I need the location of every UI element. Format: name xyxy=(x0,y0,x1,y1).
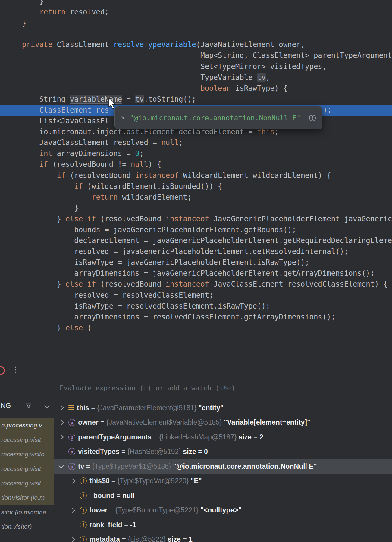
parameter-icon: p xyxy=(68,419,75,426)
variable-value: size = 1 xyxy=(168,535,192,542)
stop-icon[interactable] xyxy=(0,366,5,375)
code-line[interactable]: private ClassElement resolveTypeVariable… xyxy=(0,39,392,50)
frame-row[interactable]: sitor (io.microna xyxy=(0,505,54,519)
variable-name: this xyxy=(77,404,89,412)
variable-reference: {HashSet@5192} xyxy=(127,448,183,455)
frames-panel: NG n.processing.vrocessing.visitrocessin… xyxy=(0,379,54,542)
evaluate-expression-input[interactable]: Evaluate expression (⏎) or add a watch (… xyxy=(54,379,392,397)
chevron-down-icon[interactable] xyxy=(59,463,64,468)
evaluated-value: "@io.micronaut.core.annotation.NonNull E… xyxy=(130,114,301,122)
variable-row[interactable]: ptv = {Type$TypeVar$1@5186} "@io.microna… xyxy=(54,459,392,474)
frames-header-label: NG xyxy=(1,402,11,410)
code-line[interactable]: return wildcardElement; xyxy=(0,192,392,203)
field-icon: f xyxy=(80,477,87,484)
code-line[interactable]: } xyxy=(0,17,392,28)
code-line[interactable]: String variableName = tv.toString(); xyxy=(0,94,392,105)
variable-text: rank_field = -1 xyxy=(89,521,136,529)
chevron-right-icon[interactable]: > xyxy=(121,114,125,122)
variable-name: tv xyxy=(78,462,84,470)
chevron-right-icon[interactable] xyxy=(70,478,75,483)
variable-name: metadata xyxy=(89,535,120,542)
variable-reference: {JavaNativeElement$Variable@5185} xyxy=(106,418,224,426)
variable-row[interactable]: f_bound = null xyxy=(54,488,392,503)
variable-text: parentTypeArguments = {LinkedHashMap@518… xyxy=(78,433,263,441)
debug-toolbar: ⋮ xyxy=(0,361,392,379)
code-line[interactable]: isRawType = resolvedClassElement.isRawTy… xyxy=(0,301,392,312)
frame-row[interactable]: rocessing.visit xyxy=(0,461,54,476)
code-lines: } return resolved; } private ClassElemen… xyxy=(0,0,392,333)
variable-value: "Variable[element=entity]" xyxy=(224,418,310,426)
code-line[interactable]: declaredElement = javaGenericPlaceholder… xyxy=(0,235,392,246)
info-icon[interactable] xyxy=(309,114,316,122)
variable-name: _bound xyxy=(89,492,114,499)
code-line[interactable]: } else { xyxy=(0,322,392,333)
variables-list: this = {JavaParameterElement@5181} "enti… xyxy=(54,401,392,542)
chevron-right-icon[interactable] xyxy=(70,508,75,513)
evaluation-tooltip[interactable]: > "@io.micronaut.core.annotation.NonNull… xyxy=(114,106,322,129)
code-line[interactable]: int arrayDimensions = 0; xyxy=(0,148,392,159)
code-line[interactable]: resolved = resolvedClassElement; xyxy=(0,290,392,301)
frame-row[interactable]: rocessing.visit xyxy=(0,433,54,447)
frame-row[interactable]: tion.visitor) xyxy=(0,519,54,534)
frame-row[interactable]: tionVisitor (io.m xyxy=(0,490,54,505)
parameter-icon: p xyxy=(68,463,75,470)
frame-row[interactable]: rocessing.visito xyxy=(0,447,54,461)
frame-row[interactable]: rocessing.visit xyxy=(0,476,54,490)
chevron-right-icon[interactable] xyxy=(59,435,64,440)
filter-icon[interactable] xyxy=(25,402,32,409)
variable-reference: {Type$TypeVar@5220} xyxy=(118,477,191,485)
variable-row[interactable]: frank_field = -1 xyxy=(54,518,392,532)
variable-text: visitedTypes = {HashSet@5192} size = 0 xyxy=(78,448,208,456)
variable-row[interactable]: pparentTypeArguments = {LinkedHashMap@51… xyxy=(54,430,392,445)
field-icon: f xyxy=(80,521,87,528)
frame-row[interactable]: n.processing.v xyxy=(0,418,54,433)
code-line[interactable]: } xyxy=(0,203,392,214)
variable-row[interactable]: pvisitedTypes = {HashSet@5192} size = 0 xyxy=(54,445,392,459)
code-line[interactable]: arrayDimensions = resolvedClassElement.g… xyxy=(0,312,392,322)
code-line[interactable]: if (resolvedBound instanceof WildcardEle… xyxy=(0,170,392,181)
code-line[interactable]: TypeVariable tv, xyxy=(0,72,392,83)
variable-row[interactable]: fmetadata = {List@5222} size = 1 xyxy=(54,532,392,542)
parameter-icon: p xyxy=(68,434,75,441)
variable-text: tv = {Type$TypeVar$1@5186} "@io.micronau… xyxy=(78,462,317,471)
variable-name: this$0 xyxy=(89,477,109,485)
frames-list: n.processing.vrocessing.visitrocessing.v… xyxy=(0,418,54,534)
code-line[interactable]: JavaClassElement resolved = null; xyxy=(0,137,392,148)
code-line[interactable]: } else if (resolvedBound instanceof Java… xyxy=(0,279,392,290)
variable-row[interactable]: flower = {Type$BottomType@5221} "<nullty… xyxy=(54,503,392,518)
code-line[interactable]: Set<TypeMirror> visitedTypes, xyxy=(0,61,392,72)
code-line[interactable]: arrayDimensions = javaGenericPlaceholder… xyxy=(0,268,392,279)
chevron-right-icon[interactable] xyxy=(59,420,64,425)
code-line[interactable]: return resolved; xyxy=(0,7,392,17)
code-line[interactable] xyxy=(0,28,392,39)
variable-text: lower = {Type$BottomType@5221} "<nulltyp… xyxy=(89,506,242,514)
code-line[interactable]: resolved = javaGenericPlaceholderElement… xyxy=(0,246,392,257)
variable-reference: {LinkedHashMap@5187} xyxy=(159,433,238,441)
variable-row[interactable]: fthis$0 = {Type$TypeVar@5220} "E" xyxy=(54,474,392,489)
variable-value: "E" xyxy=(191,477,202,485)
variable-row[interactable]: powner = {JavaNativeElement$Variable@518… xyxy=(54,415,392,430)
parameter-icon: p xyxy=(68,448,75,455)
variable-value: "entity" xyxy=(199,404,224,412)
variables-panel: Evaluate expression (⏎) or add a watch (… xyxy=(54,379,392,542)
code-line[interactable]: Map<String, ClassElement> parentTypeArgu… xyxy=(0,50,392,61)
code-editor: } return resolved; } private ClassElemen… xyxy=(0,0,392,361)
chevron-down-icon[interactable] xyxy=(45,403,50,408)
code-line[interactable]: bounds = javaGenericPlaceholderElement.g… xyxy=(0,224,392,235)
variable-name: rank_field xyxy=(89,521,122,529)
code-line[interactable]: boolean isRawType) { xyxy=(0,83,392,94)
variable-row[interactable]: this = {JavaParameterElement@5181} "enti… xyxy=(54,401,392,415)
variable-name: lower xyxy=(89,506,108,514)
chevron-right-icon[interactable] xyxy=(70,537,75,542)
more-options-button[interactable]: ⋮ xyxy=(11,364,19,376)
code-line[interactable]: } else if (resolvedBound instanceof Java… xyxy=(0,214,392,224)
code-line[interactable]: } xyxy=(0,0,392,7)
variable-name: owner xyxy=(78,418,99,426)
frames-header: NG xyxy=(0,399,54,413)
variable-reference: {JavaParameterElement@5181} xyxy=(97,404,199,412)
variable-value: -1 xyxy=(130,521,136,529)
code-line[interactable]: if (wildcardElement.isBounded()) { xyxy=(0,181,392,192)
code-line[interactable]: isRawType = javaGenericPlaceholderElemen… xyxy=(0,257,392,268)
code-line[interactable]: if (resolvedBound != null) { xyxy=(0,159,392,170)
chevron-right-icon[interactable] xyxy=(59,405,64,410)
